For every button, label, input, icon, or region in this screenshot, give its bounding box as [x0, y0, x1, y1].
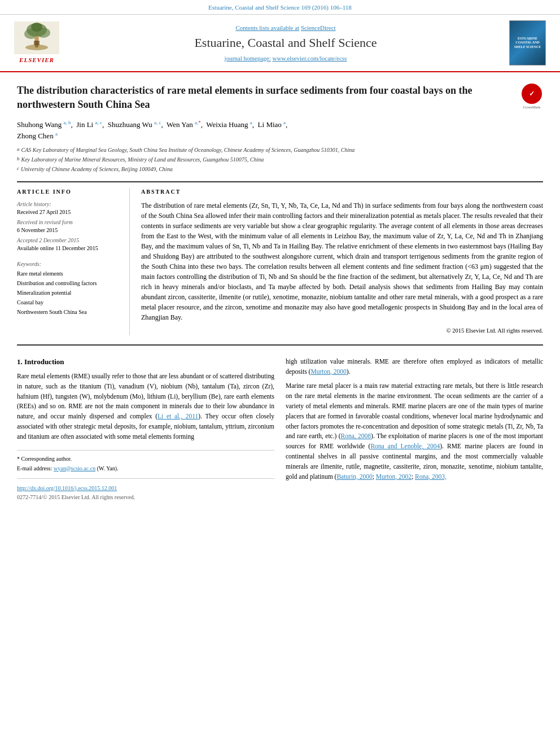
section-divider-thick: [17, 181, 543, 182]
ref-murton-2002[interactable]: Murton, 2002: [376, 473, 412, 480]
revised-label: Received in revised form: [17, 219, 124, 226]
article-info-col: ARTICLE INFO Article history: Received 2…: [17, 188, 130, 335]
email-name: (W. Yan).: [97, 465, 119, 471]
intro-section-title: Introduction: [24, 357, 64, 366]
sciencedirect-link[interactable]: ScienceDirect: [301, 24, 336, 31]
crossmark-icon: ✓: [522, 84, 542, 104]
intro-paragraph-1: Rare metal elements (RME) usually refer …: [17, 372, 274, 442]
svg-rect-8: [34, 41, 40, 45]
section-divider-bottom: [17, 344, 543, 346]
ref-baturin[interactable]: Baturin, 2000: [336, 473, 372, 480]
intro-paragraph-3: Marine rare metal placer is a main raw m…: [286, 381, 543, 482]
journal-homepage-line: journal homepage: www.elsevier.com/locat…: [62, 54, 509, 63]
intro-heading: 1. Introduction: [17, 357, 274, 367]
footnote-area: * Corresponding author. E-mail address: …: [17, 450, 274, 473]
article-title-section: The distribution characteristics of rare…: [17, 84, 543, 111]
svg-point-4: [31, 23, 42, 32]
keyword-4: Coastal bay: [17, 299, 124, 307]
abstract-copyright: © 2015 Elsevier Ltd. All rights reserved…: [141, 327, 543, 335]
keyword-2: Distribution and controlling factors: [17, 279, 124, 287]
author-4: Wen Yan a,*,: [167, 120, 204, 129]
intro-left-col: 1. Introduction Rare metal elements (RME…: [17, 357, 274, 501]
article-title: The distribution characteristics of rare…: [17, 84, 515, 111]
email-note: E-mail address: wyan@scsio.ac.cn (W. Yan…: [17, 465, 274, 473]
crossmark-label: CrossMark: [523, 105, 540, 111]
author-2: Jin Li a, c,: [76, 120, 106, 129]
journal-header: ELSEVIER Contents lists available at Sci…: [0, 15, 560, 72]
ref-murton-2000[interactable]: Murton, 2000: [310, 368, 346, 375]
author-7: Zhong Chen a: [17, 132, 58, 140]
footnote-divider: [17, 478, 274, 479]
revised-date: 6 November 2015: [17, 226, 124, 234]
ref-rona-2003[interactable]: Rona, 2003,: [415, 473, 447, 480]
sciencedirect-line: Contents lists available at ScienceDirec…: [62, 24, 509, 32]
doi-link[interactable]: http://dx.doi.org/10.1016/j.ecss.2015.12…: [17, 484, 274, 492]
article-history: Article history: Received 27 April 2015 …: [17, 200, 124, 252]
intro-right-col: high utilization value minerals. RME are…: [286, 357, 543, 501]
affiliations-section: a CAS Key Laboratory of Marginal Sea Geo…: [17, 146, 543, 173]
journal-citation-bar: Estuarine, Coastal and Shelf Science 169…: [0, 0, 560, 15]
keyword-3: Mineralization potential: [17, 289, 124, 297]
corresponding-author-note: * Corresponding author.: [17, 455, 274, 463]
ref-rona-lenoble[interactable]: Rona and Lenoble, 2004: [370, 443, 440, 449]
affiliation-a: a CAS Key Laboratory of Marginal Sea Geo…: [17, 146, 543, 154]
journal-homepage-link[interactable]: www.elsevier.com/locate/ecss: [273, 55, 347, 62]
intro-section-num: 1.: [17, 357, 23, 366]
elsevier-tree-image: [14, 21, 59, 54]
journal-citation-text: Estuarine, Coastal and Shelf Science 169…: [208, 4, 352, 11]
footer-copyright: 0272-7714/© 2015 Elsevier Ltd. All right…: [17, 493, 274, 501]
intro-two-col: 1. Introduction Rare metal elements (RME…: [17, 357, 543, 501]
received-date: Received 27 April 2015: [17, 208, 124, 216]
elsevier-logo: ELSEVIER: [11, 21, 62, 64]
keyword-1: Rare metal elements: [17, 270, 124, 278]
keyword-5: Northwestern South China Sea: [17, 308, 124, 316]
affiliation-c: c University of Chinese Academy of Scien…: [17, 165, 543, 173]
article-info-heading: ARTICLE INFO: [17, 188, 124, 196]
author-6: Li Miao a,: [258, 120, 288, 129]
accepted-label: Accepted 2 December 2015: [17, 237, 124, 244]
abstract-col: ABSTRACT The distribution of rare metal …: [141, 188, 543, 335]
email-label: E-mail address:: [17, 465, 52, 471]
history-label: Article history:: [17, 200, 124, 208]
introduction-section: 1. Introduction Rare metal elements (RME…: [17, 357, 543, 501]
journal-name-title: Estuarine, Coastal and Shelf Science: [62, 34, 509, 52]
ref-rona-2008[interactable]: Rona, 2008: [341, 433, 371, 439]
author-5: Weixia Huang a,: [206, 120, 256, 129]
keywords-label: Keywords:: [17, 260, 124, 268]
svg-point-6: [25, 45, 48, 50]
article-content: The distribution characteristics of rare…: [0, 72, 560, 512]
keywords-section: Keywords: Rare metal elements Distributi…: [17, 260, 124, 316]
author-3: Shuzhuang Wu a, c,: [108, 120, 165, 129]
journal-cover-image: ESTUARINE COASTAL AND SHELF SCIENCE: [509, 20, 549, 65]
available-label: Available online 11 December 2015: [17, 244, 124, 252]
email-link[interactable]: wyan@scsio.ac.cn: [54, 465, 95, 471]
ref-li-2011[interactable]: Li et al., 2011: [158, 413, 198, 420]
info-abstract-section: ARTICLE INFO Article history: Received 2…: [17, 188, 543, 335]
footer-links: http://dx.doi.org/10.1016/j.ecss.2015.12…: [17, 484, 274, 501]
authors-line: Shuhong Wang a, b, Jin Li a, c, Shuzhuan…: [17, 119, 543, 141]
crossmark-badge[interactable]: ✓ CrossMark: [520, 84, 543, 111]
svg-text:✓: ✓: [529, 90, 535, 98]
abstract-heading: ABSTRACT: [141, 188, 543, 196]
svg-point-7: [34, 36, 39, 41]
elsevier-brand-text: ELSEVIER: [19, 56, 54, 64]
cover-title-text: ESTUARINE COASTAL AND SHELF SCIENCE: [512, 37, 543, 50]
intro-paragraph-2: high utilization value minerals. RME are…: [286, 357, 543, 377]
affiliation-b: b Key Laboratory of Marine Mineral Resou…: [17, 155, 543, 164]
abstract-text: The distribution of rare metal elements …: [141, 200, 543, 322]
journal-title-section: Contents lists available at ScienceDirec…: [62, 24, 509, 63]
author-1: Shuhong Wang a, b,: [17, 120, 75, 129]
